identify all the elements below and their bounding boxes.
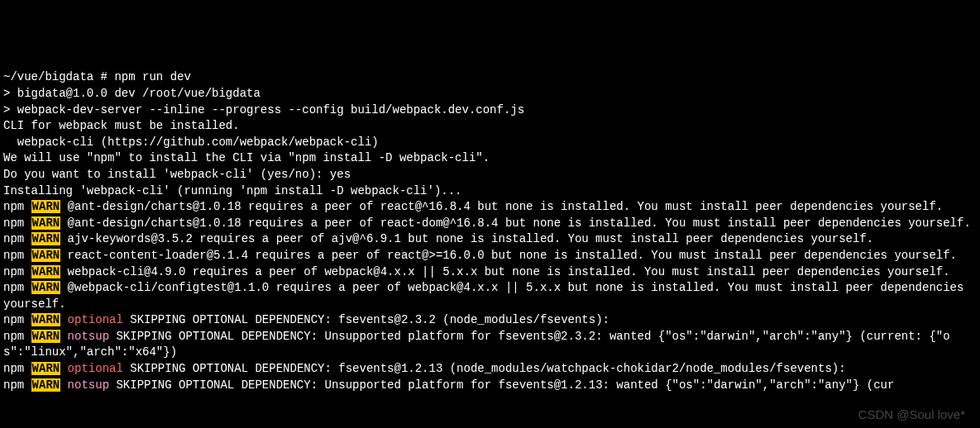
terminal-line: Installing 'webpack-cli' (running 'npm i… <box>3 183 977 200</box>
npm-prefix: npm <box>3 362 31 375</box>
optional-label: optional <box>60 313 123 326</box>
warn-message: SKIPPING OPTIONAL DEPENDENCY: fsevents@1… <box>123 362 846 375</box>
warn-message: @ant-design/charts@1.0.18 requires a pee… <box>60 200 943 213</box>
notsup-label: notsup <box>60 378 109 392</box>
warn-message: SKIPPING OPTIONAL DEPENDENCY: Unsupporte… <box>109 378 894 392</box>
terminal-line: ~/vue/bigdata # npm run dev <box>3 69 977 86</box>
warn-badge: WARN <box>31 281 61 294</box>
terminal-line: > bigdata@1.0.0 dev /root/vue/bigdata <box>3 86 977 102</box>
terminal-line: webpack-cli (https://github.com/webpack/… <box>3 135 977 151</box>
npm-prefix: npm <box>3 265 31 278</box>
npm-warn-line: npm WARN react-content-loader@5.1.4 requ… <box>3 248 977 264</box>
terminal-line: CLI for webpack must be installed. <box>3 118 977 135</box>
warn-message: ajv-keywords@3.5.2 requires a peer of aj… <box>60 232 873 245</box>
npm-prefix: npm <box>3 249 31 262</box>
warn-message: @ant-design/charts@1.0.18 requires a pee… <box>60 216 971 230</box>
terminal-line: Do you want to install 'webpack-cli' (ye… <box>3 167 977 183</box>
warn-badge: WARN <box>31 378 61 392</box>
warn-badge: WARN <box>31 200 61 213</box>
npm-prefix: npm <box>3 330 31 343</box>
npm-warn-line: npm WARN @webpack-cli/configtest@1.1.0 r… <box>3 280 977 312</box>
notsup-label: notsup <box>60 330 109 343</box>
warn-badge: WARN <box>31 232 61 245</box>
warn-badge: WARN <box>31 216 61 230</box>
npm-prefix: npm <box>3 216 31 230</box>
npm-prefix: npm <box>3 378 31 392</box>
terminal-line: We will use "npm" to install the CLI via… <box>3 150 977 167</box>
npm-warn-line: npm WARN @ant-design/charts@1.0.18 requi… <box>3 199 977 216</box>
warn-message: SKIPPING OPTIONAL DEPENDENCY: Unsupporte… <box>3 330 950 359</box>
npm-warn-line: npm WARN webpack-cli@4.9.0 requires a pe… <box>3 264 977 281</box>
warn-badge: WARN <box>31 265 61 278</box>
warn-message: webpack-cli@4.9.0 requires a peer of web… <box>60 265 949 278</box>
warn-badge: WARN <box>31 313 61 326</box>
warn-message: SKIPPING OPTIONAL DEPENDENCY: fsevents@2… <box>123 313 610 326</box>
warn-message: @webpack-cli/configtest@1.1.0 requires a… <box>3 281 971 311</box>
npm-warn-line: npm WARN ajv-keywords@3.5.2 requires a p… <box>3 231 977 248</box>
terminal-output[interactable]: ~/vue/bigdata # npm run dev> bigdata@1.0… <box>3 69 977 393</box>
npm-prefix: npm <box>3 281 31 294</box>
warn-message: react-content-loader@5.1.4 requires a pe… <box>60 249 957 262</box>
npm-prefix: npm <box>3 232 31 245</box>
npm-warn-line: npm WARN optional SKIPPING OPTIONAL DEPE… <box>3 361 977 378</box>
npm-warn-line: npm WARN notsup SKIPPING OPTIONAL DEPEND… <box>3 329 977 361</box>
warn-badge: WARN <box>31 362 61 375</box>
npm-warn-line: npm WARN optional SKIPPING OPTIONAL DEPE… <box>3 312 977 329</box>
warn-badge: WARN <box>31 249 61 262</box>
terminal-line: > webpack-dev-server --inline --progress… <box>3 102 977 119</box>
npm-prefix: npm <box>3 200 31 213</box>
npm-warn-line: npm WARN @ant-design/charts@1.0.18 requi… <box>3 216 977 232</box>
npm-prefix: npm <box>3 313 31 326</box>
watermark: CSDN @Soul love* <box>858 406 965 423</box>
optional-label: optional <box>60 362 123 375</box>
npm-warn-line: npm WARN notsup SKIPPING OPTIONAL DEPEND… <box>3 378 977 394</box>
warn-badge: WARN <box>31 330 61 343</box>
